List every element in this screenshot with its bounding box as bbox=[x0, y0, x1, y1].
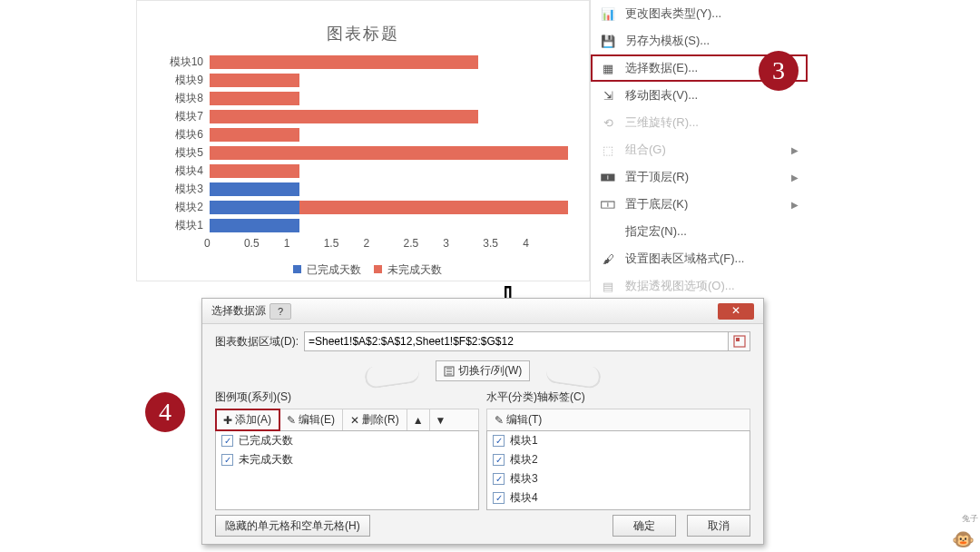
bar-remaining[interactable] bbox=[210, 146, 568, 160]
context-menu-item: ⟲三维旋转(R)... bbox=[591, 109, 808, 136]
bar-remaining[interactable] bbox=[299, 201, 568, 214]
callout-badge-4: 4 bbox=[145, 392, 185, 432]
chart-plot[interactable]: 模块10模块9模块8模块7模块6模块5模块4模块3模块2模块1 bbox=[210, 55, 568, 246]
chart-data-range-input[interactable] bbox=[304, 331, 729, 351]
chart-area[interactable]: 图表标题 模块10模块9模块8模块7模块6模块5模块4模块3模块2模块1 00.… bbox=[136, 0, 590, 281]
y-axis-label: 模块2 bbox=[149, 198, 203, 216]
bar-row[interactable] bbox=[210, 146, 568, 164]
checkbox[interactable]: ✓ bbox=[493, 454, 505, 466]
callout-badge-3: 3 bbox=[759, 51, 799, 91]
axis-labels-list[interactable]: ✓模块1✓模块2✓模块3✓模块4✓模块5 bbox=[486, 430, 750, 510]
legend-entries-label: 图例项(系列)(S) bbox=[215, 389, 479, 405]
chart-title: 图表标题 bbox=[137, 23, 589, 44]
y-axis-label: 模块5 bbox=[149, 143, 203, 162]
bar-row[interactable] bbox=[210, 110, 478, 128]
y-axis-label: 模块10 bbox=[149, 53, 203, 71]
add-series-button[interactable]: ✚ 添加(A) bbox=[216, 409, 279, 430]
list-item[interactable]: ✓未完成天数 bbox=[216, 450, 478, 469]
dialog-help-button[interactable]: ? bbox=[270, 303, 291, 320]
list-item[interactable]: ✓模块5 bbox=[487, 508, 750, 510]
select-data-icon: ▦ bbox=[600, 60, 616, 76]
bar-row[interactable] bbox=[210, 92, 299, 110]
x-axis-tick: 0.5 bbox=[244, 237, 284, 255]
chevron-right-icon: ▶ bbox=[791, 172, 799, 182]
list-item[interactable]: ✓模块2 bbox=[487, 450, 750, 469]
checkbox[interactable]: ✓ bbox=[221, 454, 233, 466]
bar-row[interactable] bbox=[210, 219, 299, 237]
axis-toolbar: ✎ 编辑(T) bbox=[486, 409, 750, 430]
edit-series-button[interactable]: ✎ 编辑(E) bbox=[279, 409, 343, 430]
bar-remaining[interactable] bbox=[210, 128, 299, 142]
bar-row[interactable] bbox=[210, 74, 299, 92]
switch-row-column-button[interactable]: 切换行/列(W) bbox=[436, 360, 531, 381]
bar-remaining[interactable] bbox=[210, 164, 299, 178]
bar-remaining[interactable] bbox=[210, 74, 299, 87]
chart-legend: 已完成天数 未完成天数 bbox=[137, 262, 589, 278]
checkbox[interactable]: ✓ bbox=[493, 473, 505, 485]
context-menu-item[interactable]: 🀱置于底层(K)▶ bbox=[591, 191, 808, 218]
dialog-titlebar[interactable]: 选择数据源 ? ✕ bbox=[202, 299, 763, 324]
bar-remaining[interactable] bbox=[210, 55, 478, 69]
context-menu-label: 数据透视图选项(O)... bbox=[625, 278, 735, 294]
context-menu-item[interactable]: 🀰置于顶层(R)▶ bbox=[591, 163, 808, 191]
change-chart-type-icon: 📊 bbox=[600, 5, 616, 22]
x-axis-tick: 1.5 bbox=[324, 237, 364, 255]
watermark-text: 兔子 bbox=[962, 513, 978, 525]
ok-button[interactable]: 确定 bbox=[612, 515, 676, 537]
legend-series-list[interactable]: ✓已完成天数✓未完成天数 bbox=[215, 430, 479, 510]
svg-rect-1 bbox=[736, 338, 740, 341]
bar-completed[interactable] bbox=[210, 219, 299, 232]
legend-toolbar: ✚ 添加(A) ✎ 编辑(E) ✕ 删除(R) ▲ ▼ bbox=[215, 409, 479, 430]
x-axis-tick: 1 bbox=[284, 237, 324, 255]
context-menu-item[interactable]: 🖌设置图表区域格式(F)... bbox=[591, 245, 808, 272]
list-item[interactable]: ✓模块4 bbox=[487, 488, 750, 508]
context-menu-item[interactable]: 指定宏(N)... bbox=[591, 218, 808, 245]
bar-row[interactable] bbox=[210, 55, 478, 74]
edit-axis-button[interactable]: ✎ 编辑(T) bbox=[487, 409, 549, 430]
checkbox[interactable]: ✓ bbox=[493, 492, 505, 504]
bar-row[interactable] bbox=[210, 182, 299, 201]
dialog-title: 选择数据源 bbox=[211, 303, 266, 319]
chevron-right-icon: ▶ bbox=[791, 145, 799, 155]
context-menu-label: 移动图表(V)... bbox=[625, 87, 698, 104]
bar-completed[interactable] bbox=[210, 182, 299, 196]
chart-context-menu[interactable]: 📊更改图表类型(Y)...💾另存为模板(S)...▦选择数据(E)...⇲移动图… bbox=[590, 0, 808, 300]
range-label: 图表数据区域(D): bbox=[215, 334, 299, 350]
list-item-label: 模块5 bbox=[510, 509, 538, 510]
range-picker-icon[interactable] bbox=[729, 331, 750, 351]
list-item[interactable]: ✓模块3 bbox=[487, 469, 750, 488]
x-axis-tick: 2.5 bbox=[403, 237, 443, 255]
x-axis-tick: 0 bbox=[204, 237, 244, 255]
x-axis-tick: 3 bbox=[443, 237, 483, 255]
move-up-button[interactable]: ▲ bbox=[407, 409, 430, 430]
delete-series-button[interactable]: ✕ 删除(R) bbox=[343, 409, 407, 430]
checkbox[interactable]: ✓ bbox=[221, 435, 233, 447]
axis-labels-label: 水平(分类)轴标签(C) bbox=[486, 389, 750, 405]
bar-row[interactable] bbox=[210, 128, 299, 146]
cancel-button[interactable]: 取消 bbox=[687, 515, 750, 537]
legend-swatch-remaining bbox=[374, 265, 382, 273]
bar-remaining[interactable] bbox=[210, 92, 299, 105]
close-icon[interactable]: ✕ bbox=[718, 303, 754, 320]
context-menu-label: 另存为模板(S)... bbox=[625, 33, 710, 49]
bar-row[interactable] bbox=[210, 164, 299, 182]
bar-remaining[interactable] bbox=[210, 110, 478, 123]
context-menu-item[interactable]: 📊更改图表类型(Y)... bbox=[591, 0, 808, 27]
list-item[interactable]: ✓模块1 bbox=[487, 431, 750, 450]
context-menu-label: 设置图表区域格式(F)... bbox=[625, 251, 744, 267]
bar-completed[interactable] bbox=[210, 201, 299, 214]
context-menu-item: ⬚组合(G)▶ bbox=[591, 136, 808, 163]
hidden-cells-button[interactable]: 隐藏的单元格和空单元格(H) bbox=[215, 515, 370, 537]
x-axis-tick: 2 bbox=[364, 237, 404, 255]
move-down-button[interactable]: ▼ bbox=[430, 409, 452, 430]
select-data-source-dialog: 选择数据源 ? ✕ 图表数据区域(D): 切换行/列(W) 图例项(系列)(S) bbox=[201, 298, 764, 545]
rotate-3d-icon: ⟲ bbox=[600, 114, 616, 131]
list-item[interactable]: ✓已完成天数 bbox=[216, 431, 478, 450]
checkbox[interactable]: ✓ bbox=[493, 435, 505, 447]
bar-row[interactable] bbox=[210, 201, 568, 219]
context-menu-label: 选择数据(E)... bbox=[625, 60, 698, 76]
context-menu-label: 组合(G) bbox=[625, 142, 666, 158]
chevron-right-icon: ▶ bbox=[791, 200, 799, 210]
context-menu-label: 三维旋转(R)... bbox=[625, 114, 699, 131]
format-chart-icon: 🖌 bbox=[600, 251, 616, 267]
